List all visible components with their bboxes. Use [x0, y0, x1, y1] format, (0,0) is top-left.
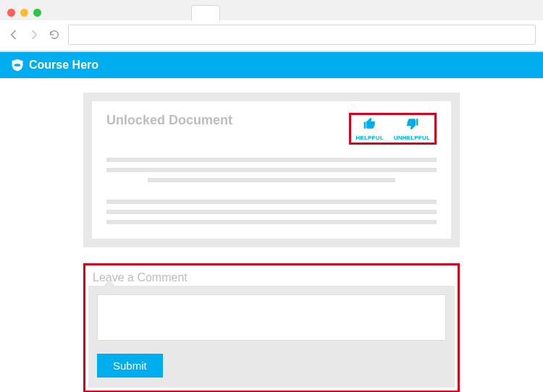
helpful-button[interactable]: HELPFUL	[355, 116, 383, 141]
page-content: Unlocked Document HELPFUL UNHELPFUL	[0, 78, 543, 392]
placeholder-line	[106, 220, 437, 224]
brand-name: Course Hero	[29, 59, 98, 72]
helpful-label: HELPFUL	[355, 135, 383, 141]
browser-chrome	[0, 0, 543, 52]
shield-icon	[10, 58, 25, 72]
unhelpful-button[interactable]: UNHELPFUL	[394, 116, 430, 141]
thumbs-down-icon	[403, 116, 421, 134]
address-row	[0, 20, 543, 51]
document-header: Unlocked Document HELPFUL UNHELPFUL	[106, 113, 437, 145]
document-body-placeholder	[106, 158, 437, 224]
document-title: Unlocked Document	[106, 113, 232, 128]
placeholder-line	[106, 210, 437, 214]
rating-highlight-box: HELPFUL UNHELPFUL	[349, 113, 437, 145]
back-icon[interactable]	[7, 28, 20, 41]
unhelpful-label: UNHELPFUL	[394, 135, 430, 141]
thumbs-up-icon	[361, 116, 379, 134]
comment-title: Leave a Comment	[93, 271, 449, 284]
placeholder-line	[106, 168, 437, 172]
placeholder-line	[148, 178, 395, 182]
submit-button[interactable]: Submit	[97, 354, 163, 378]
address-bar[interactable]	[68, 25, 536, 45]
brand-logo[interactable]: Course Hero	[10, 58, 98, 72]
site-header: Course Hero	[0, 52, 543, 78]
tab-row	[0, 0, 543, 20]
browser-tab[interactable]	[191, 5, 220, 21]
comment-highlight-box: Leave a Comment Submit	[83, 263, 460, 392]
forward-icon[interactable]	[28, 28, 41, 41]
svg-rect-0	[14, 64, 20, 66]
comment-header: Leave a Comment	[88, 268, 455, 286]
document-card: Unlocked Document HELPFUL UNHELPFUL	[83, 93, 460, 247]
window-maximize-button[interactable]	[33, 9, 41, 17]
placeholder-line	[106, 200, 437, 204]
reload-icon[interactable]	[48, 28, 61, 41]
window-close-button[interactable]	[7, 9, 15, 17]
window-minimize-button[interactable]	[20, 9, 28, 17]
placeholder-line	[106, 158, 437, 162]
comment-body: Submit	[88, 286, 455, 388]
document-inner: Unlocked Document HELPFUL UNHELPFUL	[92, 101, 451, 239]
speech-pointer-icon	[103, 280, 116, 286]
comment-textarea[interactable]	[97, 294, 446, 341]
